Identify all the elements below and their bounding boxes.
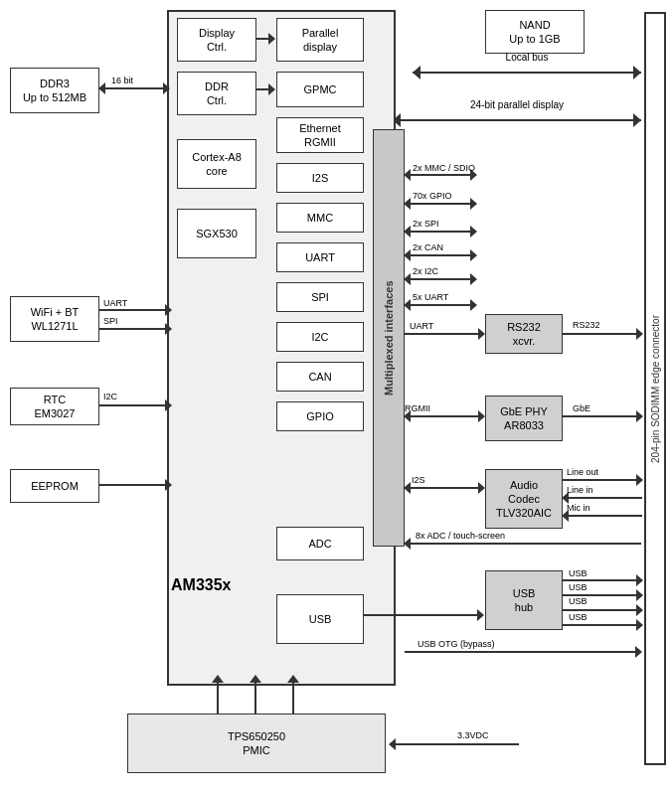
eeprom-line (99, 484, 171, 486)
mic-in-line (563, 515, 642, 517)
spi-2x-label: 2x SPI (413, 219, 439, 229)
adc-label: 8x ADC / touch-screen (416, 531, 505, 541)
gbe-phy-box: GbE PHYAR8033 (485, 396, 563, 441)
usb-out3-label: USB (569, 596, 588, 606)
uart-rs232-line (405, 333, 484, 335)
can-box: CAN (276, 362, 364, 392)
mux-interfaces: Multiplexed interfaces (373, 129, 405, 547)
parallel-display-box: Paralleldisplay (276, 18, 364, 62)
can-2x-label: 2x CAN (413, 242, 443, 252)
uart-box: UART (276, 242, 364, 272)
spi-box: SPI (276, 282, 364, 312)
mmc-label: MMC (307, 211, 333, 225)
can-label: CAN (308, 370, 331, 384)
usb-otg-line (405, 651, 641, 653)
parallel-display-arrow: 24-bit parallel display (393, 111, 641, 129)
rtc-i2c-label: I2C (103, 392, 117, 401)
i2s-audio-line (405, 487, 484, 489)
vdc-line (390, 743, 519, 745)
adc-line (405, 543, 641, 545)
ddr-ctrl-label: DDRCtrl. (205, 80, 229, 108)
rtc-box: RTCEM3027 (10, 388, 99, 425)
usb-out1-line (563, 579, 642, 581)
rs232-out-line (563, 333, 642, 335)
i2c-2x-label: 2x I2C (413, 266, 438, 276)
spi-label: SPI (311, 290, 329, 304)
uart-5x-label: 5x UART (413, 292, 448, 302)
i2c-box: I2C (276, 322, 364, 352)
nand-label: NANDUp to 1GB (509, 18, 560, 47)
usb-out1-label: USB (569, 568, 588, 578)
rs232-out-label: RS232 (573, 320, 600, 330)
ddr3-label: DDR3Up to 512MB (23, 77, 86, 105)
usb-label: USB (309, 612, 332, 626)
adc-label: ADC (308, 537, 331, 551)
nand-box: NANDUp to 1GB (485, 10, 585, 54)
parallel-display-label: 24-bit parallel display (470, 99, 564, 110)
i2s-label: I2S (312, 171, 329, 185)
ddr-gpmc-line (256, 88, 274, 90)
cortex-a8-box: Cortex-A8core (177, 139, 256, 189)
gpmc-box: GPMC (276, 72, 364, 107)
uart-5x-line (405, 304, 476, 306)
usb-out4-line (563, 624, 642, 626)
i2s-box: I2S (276, 163, 364, 193)
gbe-out-label: GbE (573, 403, 590, 413)
local-bus-arrow: Local bus (413, 64, 641, 81)
cortex-a8-label: Cortex-A8core (192, 150, 242, 179)
tps-arrow3-v (292, 682, 294, 714)
usb-out2-label: USB (569, 582, 588, 592)
gpmc-label: GPMC (304, 82, 337, 96)
rtc-label: RTCEM3027 (35, 393, 76, 421)
16bit-label: 16 bit (111, 76, 133, 85)
usb-out3-line (563, 609, 642, 611)
vdc-label: 3.3VDC (457, 730, 489, 740)
sodimm-label: 204-pin SODIMM edge connector (649, 315, 662, 463)
line-out-line (563, 479, 642, 481)
display-conn-line (256, 38, 274, 40)
ethernet-rgmii-label: EthernetRGMII (299, 121, 341, 150)
wifi-spi-line (99, 328, 171, 330)
gpio-box: GPIO (276, 401, 364, 431)
rs232-label: RS232xcvr. (507, 320, 541, 349)
i2c-label: I2C (311, 330, 328, 344)
adc-box: ADC (276, 527, 364, 560)
display-ctrl-box: DisplayCtrl. (177, 18, 256, 62)
audio-codec-label: AudioCodecTLV320AIC (496, 478, 552, 521)
sodimm-connector: 204-pin SODIMM edge connector (644, 12, 666, 765)
gbe-phy-label: GbE PHYAR8033 (500, 404, 548, 433)
am335x-label: AM335x (171, 576, 270, 594)
ethernet-rgmii-box: EthernetRGMII (276, 117, 364, 153)
rtc-i2c-line (99, 404, 171, 406)
display-ctrl-label: DisplayCtrl. (199, 26, 235, 55)
gpio-label: GPIO (306, 409, 334, 423)
line-in-label: Line in (567, 485, 593, 495)
rs232-box: RS232xcvr. (485, 314, 563, 354)
tps-box: TPS650250PMIC (127, 714, 386, 773)
ddr3-line (99, 87, 169, 89)
wifi-bt-label: WiFi + BTWL1271L (31, 305, 80, 334)
gbe-out-line (563, 415, 642, 417)
i2c-2x-line (405, 278, 476, 280)
eeprom-label: EEPROM (31, 479, 79, 493)
wifi-uart-line (99, 309, 171, 311)
mic-in-label: Mic in (567, 503, 590, 513)
uart-rs232-label: UART (410, 321, 433, 331)
eeprom-box: EEPROM (10, 469, 99, 503)
block-diagram: 204-pin SODIMM edge connector NANDUp to … (0, 0, 672, 795)
parallel-display-box-label: Paralleldisplay (302, 26, 339, 55)
usb-hub-box: USBhub (485, 570, 563, 630)
spi-2x-line (405, 231, 476, 233)
tps-arrow2-v (254, 682, 256, 714)
ddr3-box: DDR3Up to 512MB (10, 68, 99, 113)
gpio-70x-label: 70x GPIO (413, 191, 452, 201)
rgmii-label: RGMII (405, 403, 430, 413)
ddr-ctrl-box: DDRCtrl. (177, 72, 256, 115)
usb-hub-line (364, 614, 483, 616)
mmc-box: MMC (276, 203, 364, 233)
usb-hub-label: USBhub (513, 586, 536, 615)
line-out-label: Line out (567, 467, 598, 477)
i2s-audio-label: I2S (412, 475, 425, 485)
tps-arrow1-v (217, 682, 219, 714)
wifi-uart-label: UART (103, 298, 127, 308)
